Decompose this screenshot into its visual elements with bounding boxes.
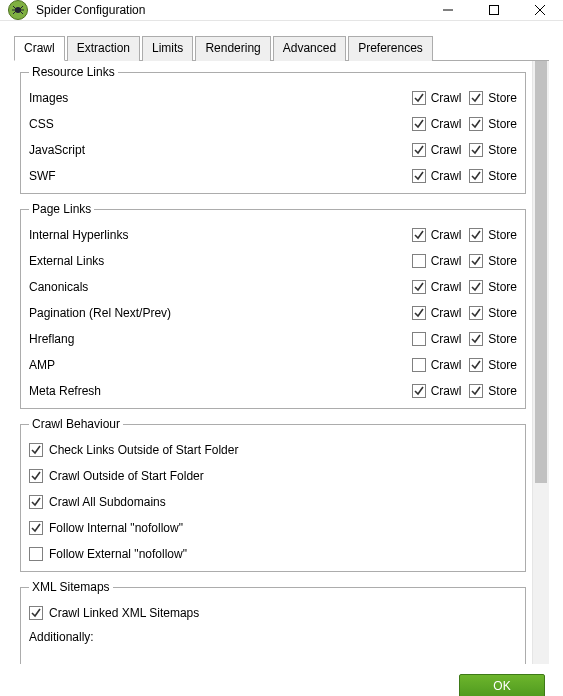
tab-extraction[interactable]: Extraction bbox=[67, 36, 140, 61]
checkbox[interactable] bbox=[29, 443, 43, 457]
group-xml-sitemaps: XML Sitemaps Crawl Linked XML Sitemaps A… bbox=[20, 580, 526, 664]
checkbox-crawl[interactable] bbox=[412, 91, 426, 105]
checkbox-store[interactable] bbox=[469, 169, 483, 183]
svg-rect-8 bbox=[490, 6, 499, 15]
list-item: Follow External "nofollow" bbox=[29, 541, 517, 567]
row-label: Images bbox=[29, 91, 404, 105]
group-page-links-legend: Page Links bbox=[29, 202, 94, 216]
row-label: JavaScript bbox=[29, 143, 404, 157]
checkbox-store-label: Store bbox=[488, 384, 517, 398]
checkbox-store-label: Store bbox=[488, 143, 517, 157]
list-item: Crawl Linked XML Sitemaps bbox=[29, 600, 517, 626]
spider-icon bbox=[8, 0, 28, 20]
checkbox-store-label: Store bbox=[488, 254, 517, 268]
row-label: CSS bbox=[29, 117, 404, 131]
checkbox-store-label: Store bbox=[488, 91, 517, 105]
checkbox-label: Crawl Outside of Start Folder bbox=[49, 469, 204, 483]
checkbox-crawl-label: Crawl bbox=[431, 358, 462, 372]
close-icon bbox=[535, 5, 545, 15]
table-row: Canonicals Crawl Store bbox=[29, 274, 517, 300]
checkbox-store-label: Store bbox=[488, 332, 517, 346]
checkbox-store[interactable] bbox=[469, 280, 483, 294]
window-title: Spider Configuration bbox=[36, 3, 425, 17]
checkbox-store[interactable] bbox=[469, 332, 483, 346]
checkbox-crawl-label: Crawl bbox=[431, 228, 462, 242]
table-row: Images Crawl Store bbox=[29, 85, 517, 111]
list-item: Check Links Outside of Start Folder bbox=[29, 437, 517, 463]
checkbox-crawl[interactable] bbox=[412, 254, 426, 268]
checkbox-crawl[interactable] bbox=[412, 169, 426, 183]
checkbox-crawl[interactable] bbox=[412, 117, 426, 131]
checkbox-store[interactable] bbox=[469, 254, 483, 268]
checkbox-store-label: Store bbox=[488, 358, 517, 372]
minimize-icon bbox=[443, 5, 453, 15]
checkbox-store-label: Store bbox=[488, 280, 517, 294]
content-wrap: Resource Links Images Crawl Store CSS Cr… bbox=[14, 61, 549, 664]
list-item: Follow Internal "nofollow" bbox=[29, 515, 517, 541]
table-row: CSS Crawl Store bbox=[29, 111, 517, 137]
row-label: Meta Refresh bbox=[29, 384, 404, 398]
footer: OK bbox=[0, 664, 563, 696]
checkbox[interactable] bbox=[29, 606, 43, 620]
tab-advanced[interactable]: Advanced bbox=[273, 36, 346, 61]
group-crawl-behaviour-legend: Crawl Behaviour bbox=[29, 417, 123, 431]
group-page-links: Page Links Internal Hyperlinks Crawl Sto… bbox=[20, 202, 526, 409]
table-row: Hreflang Crawl Store bbox=[29, 326, 517, 352]
tab-rendering[interactable]: Rendering bbox=[195, 36, 270, 61]
tab-limits[interactable]: Limits bbox=[142, 36, 193, 61]
scrollbar-thumb[interactable] bbox=[535, 61, 547, 483]
checkbox-store[interactable] bbox=[469, 117, 483, 131]
row-label: Internal Hyperlinks bbox=[29, 228, 404, 242]
checkbox-crawl-label: Crawl bbox=[431, 169, 462, 183]
checkbox-store[interactable] bbox=[469, 228, 483, 242]
row-label: AMP bbox=[29, 358, 404, 372]
scroll-area: Resource Links Images Crawl Store CSS Cr… bbox=[14, 61, 530, 664]
checkbox-crawl-label: Crawl bbox=[431, 143, 462, 157]
checkbox-store[interactable] bbox=[469, 384, 483, 398]
checkbox-crawl[interactable] bbox=[412, 228, 426, 242]
checkbox-label: Crawl All Subdomains bbox=[49, 495, 166, 509]
checkbox[interactable] bbox=[29, 495, 43, 509]
tab-crawl[interactable]: Crawl bbox=[14, 36, 65, 61]
checkbox-store[interactable] bbox=[469, 91, 483, 105]
row-label: Canonicals bbox=[29, 280, 404, 294]
checkbox[interactable] bbox=[29, 469, 43, 483]
checkbox-crawl[interactable] bbox=[412, 143, 426, 157]
tab-preferences[interactable]: Preferences bbox=[348, 36, 433, 61]
scrollbar-vertical[interactable] bbox=[532, 61, 549, 664]
client-area: Crawl Extraction Limits Rendering Advanc… bbox=[0, 21, 563, 696]
svg-line-1 bbox=[13, 6, 16, 9]
checkbox-store-label: Store bbox=[488, 169, 517, 183]
checkbox-crawl-label: Crawl bbox=[431, 254, 462, 268]
table-row: External Links Crawl Store bbox=[29, 248, 517, 274]
checkbox-crawl[interactable] bbox=[412, 332, 426, 346]
checkbox-crawl[interactable] bbox=[412, 358, 426, 372]
ok-button[interactable]: OK bbox=[459, 674, 545, 696]
checkbox-crawl[interactable] bbox=[412, 384, 426, 398]
checkbox-crawl[interactable] bbox=[412, 306, 426, 320]
titlebar: Spider Configuration bbox=[0, 0, 563, 21]
checkbox-label: Follow Internal "nofollow" bbox=[49, 521, 183, 535]
checkbox-store[interactable] bbox=[469, 306, 483, 320]
row-label: External Links bbox=[29, 254, 404, 268]
table-row: JavaScript Crawl Store bbox=[29, 137, 517, 163]
checkbox-label: Crawl Linked XML Sitemaps bbox=[49, 606, 199, 620]
maximize-button[interactable] bbox=[471, 0, 517, 20]
checkbox-store[interactable] bbox=[469, 358, 483, 372]
checkbox[interactable] bbox=[29, 547, 43, 561]
group-resource-links: Resource Links Images Crawl Store CSS Cr… bbox=[20, 65, 526, 194]
checkbox-store-label: Store bbox=[488, 306, 517, 320]
checkbox[interactable] bbox=[29, 521, 43, 535]
close-button[interactable] bbox=[517, 0, 563, 20]
svg-line-4 bbox=[20, 11, 23, 14]
table-row: Pagination (Rel Next/Prev) Crawl Store bbox=[29, 300, 517, 326]
minimize-button[interactable] bbox=[425, 0, 471, 20]
checkbox-crawl-label: Crawl bbox=[431, 306, 462, 320]
table-row: SWF Crawl Store bbox=[29, 163, 517, 189]
checkbox-store[interactable] bbox=[469, 143, 483, 157]
checkbox-crawl-label: Crawl bbox=[431, 384, 462, 398]
checkbox-label: Check Links Outside of Start Folder bbox=[49, 443, 238, 457]
table-row: AMP Crawl Store bbox=[29, 352, 517, 378]
checkbox-crawl[interactable] bbox=[412, 280, 426, 294]
checkbox-crawl-label: Crawl bbox=[431, 117, 462, 131]
